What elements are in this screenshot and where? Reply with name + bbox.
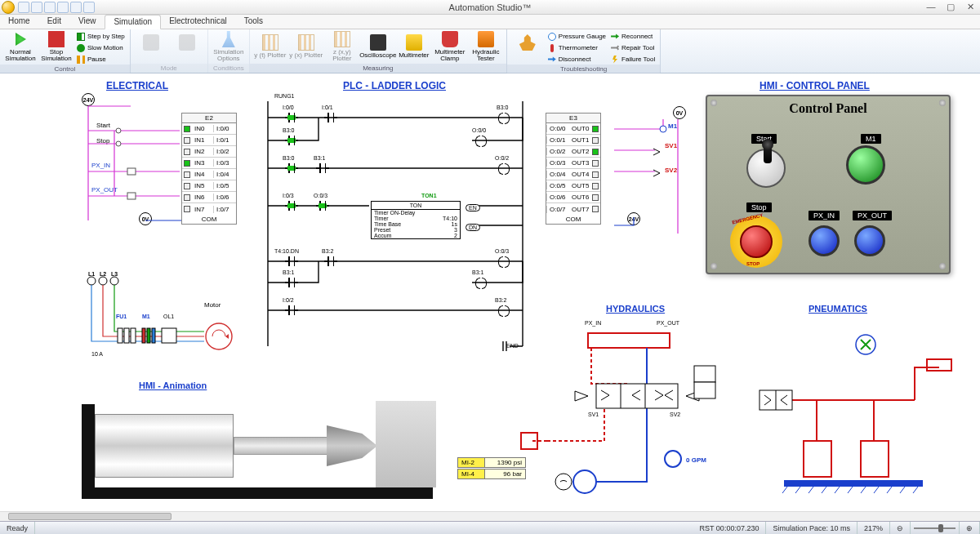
ladder-contact[interactable] [286,278,297,287]
io-row[interactable]: IN0I:0/0 [182,123,236,135]
thermometer-button[interactable]: Thermometer [546,42,608,53]
troubleshoot-user-button[interactable] [510,30,545,63]
ladder-coil[interactable] [475,278,487,287]
svg-rect-21 [147,328,150,343]
io-row[interactable]: IN7I:0/7 [182,203,236,215]
svg-text:Motor: Motor [204,301,221,309]
horizontal-scrollbar[interactable] [0,511,980,521]
ladder-contact[interactable] [317,201,328,211]
ladder-coil[interactable] [498,256,510,266]
pneumatics-schematic[interactable] [751,318,964,500]
qat-button[interactable] [83,2,95,13]
ladder-coil[interactable] [498,163,510,173]
io-row[interactable]: IN1I:0/1 [182,135,236,146]
tab-view[interactable]: View [70,15,105,29]
svg-point-1 [116,141,121,146]
svg-rect-24 [588,333,670,348]
ladder-coil[interactable] [475,136,487,145]
slow-motion-button[interactable]: Slow Motion [75,42,127,53]
io-addr: I:0/4 [213,171,236,178]
stop-simulation-button[interactable]: Stop Simulation [39,30,74,63]
multimeter-clamp-button[interactable]: Multimeter Clamp [433,30,467,63]
step-by-step-button[interactable]: Step by Step [75,31,127,42]
qat-button[interactable] [57,2,69,13]
screw-icon [710,100,717,106]
ladder-coil[interactable] [498,113,510,122]
io-row[interactable]: O:0/1OUT1 [546,135,600,146]
tab-simulation[interactable]: Simulation [105,15,161,29]
zoom-slider[interactable] [911,522,960,534]
failure-tool-button[interactable]: Failure Tool [609,54,657,65]
io-row[interactable]: IN5I:0/5 [182,180,236,192]
tab-edit[interactable]: Edit [39,15,70,29]
repair-tool-button[interactable]: Repair Tool [609,42,657,53]
ladder-contact[interactable] [286,201,297,211]
normal-simulation-button[interactable]: Normal Simulation [3,30,38,63]
drawing-canvas[interactable]: ELECTRICAL PLC - LADDER LOGIC HMI - CONT… [0,73,980,521]
hmi-start-toggle[interactable] [746,149,786,188]
io-row[interactable]: IN2I:0/2 [182,146,236,158]
ladder-contact[interactable] [325,256,336,266]
io-card-e3[interactable]: E3 O:0/0OUT0O:0/1OUT1O:0/2OUT2O:0/3OUT3O… [546,113,601,225]
io-row[interactable]: O:0/6OUT6 [546,192,600,203]
hmi-lamp-pxin [808,225,840,256]
minimize-button[interactable]: — [921,2,941,12]
ladder-contact[interactable] [317,163,328,173]
hydraulic-tester-button[interactable]: Hydraulic Tester [469,30,503,63]
qat-button[interactable] [31,2,42,13]
multimeter-button[interactable]: Multimeter [397,30,431,63]
ladder-ton-block[interactable]: TON Timer ON-Delay TimerT4:10 Time Base1… [371,201,461,239]
qat-button[interactable] [70,2,82,13]
ribbon-group-troubleshooting: Pressure Gauge Thermometer Disconnect Re… [507,29,661,73]
zoom-out-button[interactable]: ⊖ [890,522,911,534]
io-row[interactable]: O:0/7OUT7 [546,203,600,215]
ladder-label: O:0/3 [314,193,327,198]
ladder-contact[interactable] [286,256,297,266]
ladder-contact[interactable] [286,305,297,315]
maximize-button[interactable]: ▢ [941,2,960,12]
io-row[interactable]: O:0/5OUT5 [546,180,600,192]
yt-plotter-button: y (t) Plotter [253,30,287,63]
io-card-e2[interactable]: E2 IN0I:0/0IN1I:0/1IN2I:0/2IN3I:0/3IN4I:… [181,113,237,225]
svg-point-9 [99,277,107,285]
reconnect-button[interactable]: Reconnect [609,31,657,42]
app-logo-icon [2,1,15,14]
status-zoom[interactable]: 217% [858,522,890,534]
io-addr: O:0/5 [546,182,569,189]
io-row[interactable]: O:0/4OUT4 [546,169,600,180]
ladder-contact[interactable] [325,113,336,122]
hmi-control-panel[interactable]: Control Panel Start M1 Stop EMERGENCY ST… [706,95,951,274]
io-addr: I:0/0 [213,125,236,132]
disconnect-button[interactable]: Disconnect [546,54,608,65]
mode-button [134,30,168,63]
svg-rect-23 [162,328,176,343]
tab-tools[interactable]: Tools [236,15,272,29]
io-row[interactable]: O:0/0OUT0 [546,123,600,135]
tab-home[interactable]: Home [0,15,39,29]
oscilloscope-button[interactable]: Oscilloscope [361,30,395,63]
pause-button[interactable]: Pause [75,54,127,65]
ladder-contact[interactable] [286,163,297,173]
ladder-contact[interactable] [286,136,297,145]
pressure-gauge-button[interactable]: Pressure Gauge [546,31,608,42]
io-label: OUT4 [569,171,590,178]
qat-button[interactable] [18,2,29,13]
io-label: OUT1 [569,136,590,144]
tab-electrotechnical[interactable]: Electrotechnical [161,15,236,29]
io-row[interactable]: IN6I:0/6 [182,192,236,203]
io-row[interactable]: IN3I:0/3 [182,158,236,169]
io-addr: I:0/5 [213,182,236,189]
io-row[interactable]: O:0/2OUT2 [546,146,600,158]
io-row[interactable]: IN4I:0/4 [182,169,236,180]
io-row[interactable]: O:0/3OUT3 [546,158,600,169]
zoom-in-button[interactable]: ⊕ [960,522,980,534]
ladder-contact[interactable] [286,113,297,122]
qat-button[interactable] [44,2,56,13]
svg-point-10 [110,277,118,285]
close-button[interactable]: ✕ [960,2,980,12]
panel-title: Control Panel [707,96,949,116]
ladder-label: TON1 [421,193,437,198]
section-heading-plc: PLC - LADDER LOGIC [343,80,446,91]
ladder-coil[interactable] [498,305,510,315]
section-heading-hmi-anim: HMI - Animation [139,380,207,390]
